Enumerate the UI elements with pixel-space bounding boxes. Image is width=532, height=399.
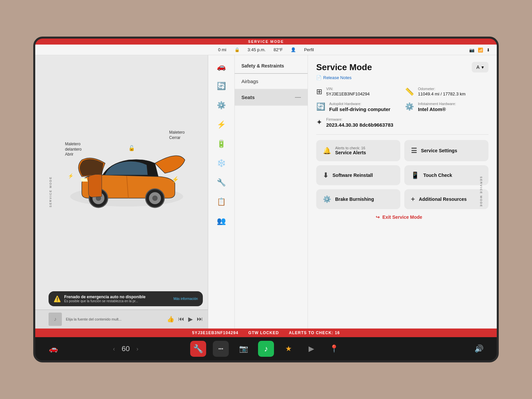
- nav-power-icon[interactable]: ⚡: [213, 116, 230, 133]
- alert-subtitle: Es posible que la función se restablezca…: [64, 299, 170, 303]
- software-reinstall-label: Software Reinstall: [332, 173, 373, 178]
- odometer-label: Odometer:: [418, 87, 466, 91]
- service-settings-button[interactable]: ☰ Service Settings: [404, 140, 488, 161]
- charging-icon-left: ⚡: [68, 173, 73, 179]
- action-buttons-grid: 🔔 Alerts to check: 16 Service Alerts ☰ S…: [316, 140, 488, 209]
- trunk-front-label[interactable]: Maletero delantero Abrir: [65, 142, 82, 157]
- vin-label: VIN:: [326, 87, 370, 91]
- nav-climate-icon[interactable]: ❄️: [213, 155, 230, 172]
- touch-check-icon: 📱: [411, 171, 419, 179]
- taskbar-camera-icon[interactable]: 📷: [235, 341, 251, 357]
- vin-content: VIN: 5YJ3E1EB3NF104294: [326, 87, 370, 96]
- speed-display: 60: [122, 344, 130, 353]
- touch-check-button[interactable]: 📱 Touch Check: [404, 165, 488, 185]
- taskbar-volume-icon[interactable]: 🔊: [471, 341, 487, 357]
- autopilot-value: Full self-driving computer: [329, 106, 390, 112]
- brake-burnishing-icon: ⚙️: [323, 195, 331, 203]
- infotainment-label: Infotainment Hardware:: [418, 102, 456, 106]
- service-alerts-text: Alerts to check: 16 Service Alerts: [335, 146, 366, 155]
- software-reinstall-button[interactable]: ⬇ Software Reinstall: [316, 165, 400, 185]
- nav-settings-icon[interactable]: ⚙️: [213, 97, 230, 114]
- menu-item-seats[interactable]: Seats —: [235, 89, 308, 106]
- release-notes-link[interactable]: 📄 Release Notes: [316, 75, 488, 80]
- taskbar-spotify-app[interactable]: ♪: [258, 341, 274, 357]
- odometer-info: 📏 Odometer: 11049.4 mi / 17782.3 km: [405, 87, 488, 96]
- taskbar-media-icon[interactable]: ▶: [303, 341, 319, 357]
- detail-header: Service Mode A ▾: [316, 62, 488, 72]
- odometer-content: Odometer: 11049.4 mi / 17782.3 km: [418, 87, 466, 96]
- odometer-icon: 📏: [405, 87, 414, 96]
- trunk-rear-label[interactable]: Maletero Cerrar: [169, 130, 185, 140]
- additional-resources-button[interactable]: + Additional Resources: [404, 189, 488, 209]
- taskbar-car-icon[interactable]: 🚗: [45, 341, 61, 357]
- menu-title: Safety & Restraints: [235, 59, 308, 74]
- alerts-count: Alerts to check: 16: [335, 146, 366, 150]
- alert-notification: ⚠️ Frenado de emergencia auto no disponi…: [49, 291, 203, 306]
- vin-info: ⊞ VIN: 5YJ3E1EB3NF104294: [316, 87, 400, 96]
- firmware-content: Firmware: 2023.44.30.30 8dc6b9663783: [326, 117, 393, 128]
- music-controls: 👍 ⏮ ▶ ⏭: [167, 316, 203, 323]
- nav-steering-icon[interactable]: 🔄: [213, 78, 230, 94]
- bottom-alerts: ALERTS TO CHECK: 16: [289, 331, 340, 335]
- service-alerts-button[interactable]: 🔔 Alerts to check: 16 Service Alerts: [316, 140, 400, 161]
- music-thumbnail: ♪: [49, 313, 62, 326]
- brake-burnishing-button[interactable]: ⚙️ Brake Burnishing: [316, 189, 400, 209]
- detail-panel: Service Mode A ▾ 📄 Release Notes ⊞ VIN: …: [308, 55, 497, 329]
- taskbar: 🚗 ‹ 60 › 🔧 ••• 📷 ♪ ★ ▶ 📍 🔊: [35, 337, 497, 360]
- brake-burnishing-label: Brake Burnishing: [335, 197, 374, 202]
- play-button[interactable]: ▶: [188, 316, 193, 323]
- service-alerts-icon: 🔔: [323, 147, 331, 155]
- nav-docs-icon[interactable]: 📋: [213, 194, 230, 210]
- svg-text:⚡: ⚡: [172, 176, 179, 183]
- temp-display: 82°F: [274, 47, 283, 52]
- like-button[interactable]: 👍: [167, 316, 174, 323]
- autopilot-icon: 🔄: [316, 102, 325, 111]
- alert-text-area: Frenado de emergencia auto no disponible…: [64, 295, 170, 303]
- alert-warning-icon: ⚠️: [54, 295, 61, 303]
- infotainment-value: Intel Atom®: [418, 106, 456, 112]
- touch-check-label: Touch Check: [423, 173, 452, 178]
- exit-label: Exit Service Mode: [382, 214, 422, 220]
- taskbar-map-icon[interactable]: 📍: [326, 341, 342, 357]
- prev-button[interactable]: ⏮: [178, 316, 184, 323]
- chevron-left-icon[interactable]: ‹: [113, 345, 115, 352]
- firmware-icon: ✦: [316, 118, 322, 127]
- chevron-right-icon[interactable]: ›: [136, 345, 138, 352]
- next-button[interactable]: ⏭: [197, 316, 203, 323]
- divider: [316, 134, 488, 135]
- translate-icon: A: [476, 65, 479, 70]
- car-image-area: ⚡ Maletero delantero Abrir Maletero Cerr…: [35, 55, 208, 291]
- signal-icon: 📶: [478, 47, 483, 52]
- nav-safety-icon[interactable]: 🚗: [213, 59, 230, 75]
- menu-item-dash: —: [295, 94, 301, 101]
- infotainment-content: Infotainment Hardware: Intel Atom®: [418, 102, 456, 112]
- nav-service-icon[interactable]: 🔧: [213, 174, 230, 191]
- menu-item-airbags[interactable]: Airbags: [235, 74, 308, 89]
- doc-icon: 📄: [316, 75, 322, 80]
- odometer-display: 0 mi: [218, 47, 226, 52]
- translate-button[interactable]: A ▾: [472, 62, 488, 72]
- autopilot-content: Autopilot Hardware: Full self-driving co…: [329, 102, 390, 112]
- taskbar-service-app[interactable]: 🔧: [190, 341, 206, 357]
- service-alerts-label: Service Alerts: [335, 150, 366, 155]
- main-screen: SERVICE MODE 0 mi 🔒 3:45 p.m. 82°F 👤 Per…: [33, 37, 499, 362]
- speed-value: 60: [122, 344, 130, 353]
- exit-service-mode-button[interactable]: ↪ Exit Service Mode: [376, 214, 422, 220]
- odometer-value: 11049.4 mi / 17782.3 km: [418, 91, 466, 96]
- autopilot-label: Autopilot Hardware:: [329, 102, 390, 106]
- taskbar-star-icon[interactable]: ★: [281, 341, 297, 357]
- nav-battery-icon[interactable]: 🔋: [213, 136, 230, 152]
- nav-users-icon[interactable]: 👥: [213, 213, 230, 229]
- bottom-status-bar: 5YJ3E1EB3NF104294 GTW LOCKED ALERTS TO C…: [35, 329, 497, 337]
- taskbar-more-apps[interactable]: •••: [213, 341, 229, 357]
- car-illustration: ⚡ Maletero delantero Abrir Maletero Cerr…: [62, 123, 188, 223]
- left-panel: SERVICE MODE: [35, 55, 208, 329]
- music-player-bar: ♪ Elija la fuente del contenido mult... …: [35, 310, 208, 329]
- alert-more-info-link[interactable]: Más información: [174, 297, 198, 301]
- software-reinstall-icon: ⬇: [323, 171, 329, 179]
- time-display: 3:45 p.m.: [248, 47, 266, 52]
- vin-value: 5YJ3E1EB3NF104294: [326, 91, 370, 96]
- download-icon: ⬇: [486, 47, 490, 52]
- infotainment-icon: ⚙️: [405, 102, 414, 111]
- infotainment-info: ⚙️ Infotainment Hardware: Intel Atom®: [405, 102, 488, 112]
